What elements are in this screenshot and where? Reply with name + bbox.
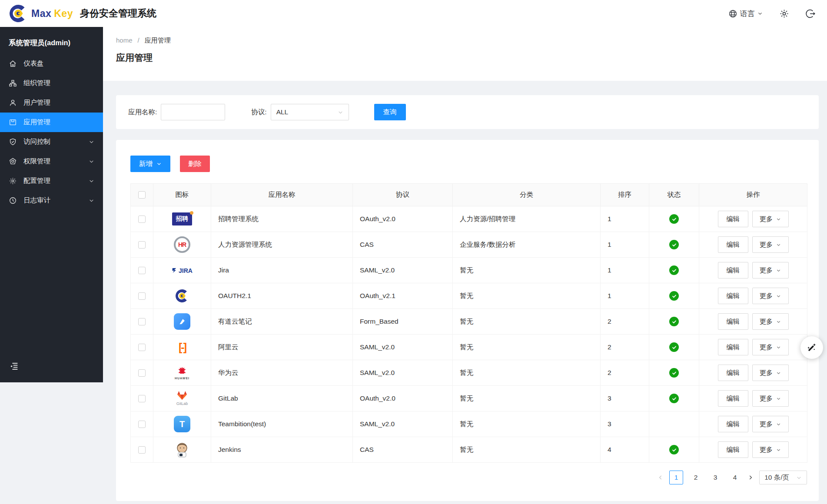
category-cell: 企业服务/数据分析 <box>453 232 601 258</box>
main: home / 应用管理 应用管理 应用名称: 协议: ALL <box>103 27 827 504</box>
row-select-cell <box>131 437 153 463</box>
table-header-row: 图标应用名称协议分类排序状态操作 <box>131 184 807 206</box>
add-button[interactable]: 新增 <box>130 156 170 172</box>
row-select-cell <box>131 360 153 386</box>
app-name-cell: OAUTH2.1 <box>211 283 353 309</box>
protocol-cell: CAS <box>353 232 453 258</box>
protocol-label: 协议: <box>251 108 266 117</box>
edit-button[interactable]: 编辑 <box>718 416 748 432</box>
table-row: OAUTH2.1OAuth_v2.1暂无1编辑更多 <box>131 283 807 309</box>
row-checkbox[interactable] <box>138 292 146 300</box>
filter-card: 应用名称: 协议: ALL 查询 <box>116 95 819 129</box>
page-number-3[interactable]: 3 <box>708 471 722 484</box>
category-cell: 暂无 <box>453 335 601 360</box>
status-enabled-icon <box>669 265 679 275</box>
row-checkbox[interactable] <box>138 267 146 274</box>
sidebar-item-2[interactable]: 用户管理 <box>0 93 103 113</box>
protocol-select[interactable]: ALL <box>271 104 349 120</box>
protocol-cell: Form_Based <box>353 309 453 335</box>
protocol-cell: SAML_v2.0 <box>353 258 453 283</box>
sidebar-item-4[interactable]: 访问控制 <box>0 132 103 152</box>
edit-button[interactable]: 编辑 <box>718 288 748 304</box>
status-enabled-icon <box>669 291 679 301</box>
row-checkbox[interactable] <box>138 369 146 377</box>
user-icon <box>9 99 17 107</box>
page-size-select[interactable]: 10 条/页 <box>759 471 807 484</box>
edit-button[interactable]: 编辑 <box>718 211 748 227</box>
row-checkbox[interactable] <box>138 446 146 454</box>
sidebar-item-5[interactable]: 权限管理 <box>0 152 103 171</box>
edit-button[interactable]: 编辑 <box>718 262 748 279</box>
row-checkbox[interactable] <box>138 344 146 351</box>
logout-icon[interactable] <box>806 9 816 19</box>
edit-button[interactable]: 编辑 <box>718 313 748 330</box>
next-page-icon[interactable] <box>747 474 754 481</box>
toolbar: 新增 删除 <box>130 156 807 172</box>
more-button[interactable]: 更多 <box>752 288 789 304</box>
actions-cell: 编辑更多 <box>699 386 807 411</box>
breadcrumb-current: 应用管理 <box>145 36 171 45</box>
row-checkbox[interactable] <box>138 421 146 428</box>
magic-wand-fab[interactable] <box>800 336 823 359</box>
protocol-cell: OAuth_v2.0 <box>353 386 453 411</box>
breadcrumb-home[interactable]: home <box>116 36 133 45</box>
row-checkbox[interactable] <box>138 318 146 325</box>
more-button[interactable]: 更多 <box>752 211 789 227</box>
edit-button[interactable]: 编辑 <box>718 390 748 407</box>
app-name-cell: 华为云 <box>211 360 353 386</box>
more-button[interactable]: 更多 <box>752 416 789 432</box>
brand-suffix: 身份安全管理系统 <box>80 7 156 20</box>
sidebar-item-3[interactable]: 应用管理 <box>0 113 103 132</box>
chevron-down-icon <box>89 178 94 184</box>
more-button[interactable]: 更多 <box>752 390 789 407</box>
row-select-cell <box>131 258 153 283</box>
app-name-input[interactable] <box>161 104 225 120</box>
row-checkbox[interactable] <box>138 241 146 249</box>
collapse-sidebar-icon[interactable] <box>10 361 19 373</box>
actions-cell: 编辑更多 <box>699 258 807 283</box>
more-button[interactable]: 更多 <box>752 313 789 330</box>
delete-button[interactable]: 删除 <box>180 156 210 172</box>
sidebar-item-0[interactable]: 仪表盘 <box>0 54 103 73</box>
edit-button[interactable]: 编辑 <box>718 365 748 381</box>
settings-gear-icon[interactable] <box>779 9 789 19</box>
page-number-1[interactable]: 1 <box>669 471 683 484</box>
row-checkbox[interactable] <box>138 216 146 223</box>
row-checkbox[interactable] <box>138 395 146 402</box>
table-row: 招聘招聘管理系统OAuth_v2.0人力资源/招聘管理1编辑更多 <box>131 206 807 232</box>
language-label: 语言 <box>740 9 755 19</box>
sidebar-item-6[interactable]: 配置管理 <box>0 171 103 191</box>
more-button[interactable]: 更多 <box>752 262 789 279</box>
select-all-checkbox[interactable] <box>138 191 146 199</box>
language-menu[interactable]: 语言 <box>728 9 763 19</box>
gear-icon <box>9 177 17 185</box>
row-select-cell <box>131 335 153 360</box>
actions-cell: 编辑更多 <box>699 437 807 463</box>
prev-page-icon[interactable] <box>658 474 664 481</box>
more-button[interactable]: 更多 <box>752 236 789 253</box>
applications-table: 图标应用名称协议分类排序状态操作 招聘招聘管理系统OAuth_v2.0人力资源/… <box>130 183 807 463</box>
protocol-cell: SAML_v2.0 <box>353 360 453 386</box>
status-enabled-icon <box>669 214 679 224</box>
edit-button[interactable]: 编辑 <box>718 236 748 253</box>
status-enabled-icon <box>669 394 679 403</box>
brand-key: Key <box>54 8 73 20</box>
status-cell <box>649 335 699 360</box>
status-enabled-icon <box>669 317 679 326</box>
search-button[interactable]: 查询 <box>374 104 406 120</box>
app-name-label: 应用名称: <box>128 108 157 117</box>
more-button[interactable]: 更多 <box>752 365 789 381</box>
edit-button[interactable]: 编辑 <box>718 441 748 458</box>
sort-cell: 1 <box>601 206 649 232</box>
edit-button[interactable]: 编辑 <box>718 339 748 355</box>
actions-cell: 编辑更多 <box>699 309 807 335</box>
more-button[interactable]: 更多 <box>752 339 789 355</box>
status-enabled-icon <box>669 445 679 454</box>
more-button[interactable]: 更多 <box>752 441 789 458</box>
clock-icon <box>9 196 17 205</box>
org-icon <box>9 79 17 87</box>
sidebar-item-7[interactable]: 日志审计 <box>0 191 103 210</box>
page-number-4[interactable]: 4 <box>728 471 742 484</box>
sidebar-item-1[interactable]: 组织管理 <box>0 73 103 93</box>
page-number-2[interactable]: 2 <box>689 471 703 484</box>
